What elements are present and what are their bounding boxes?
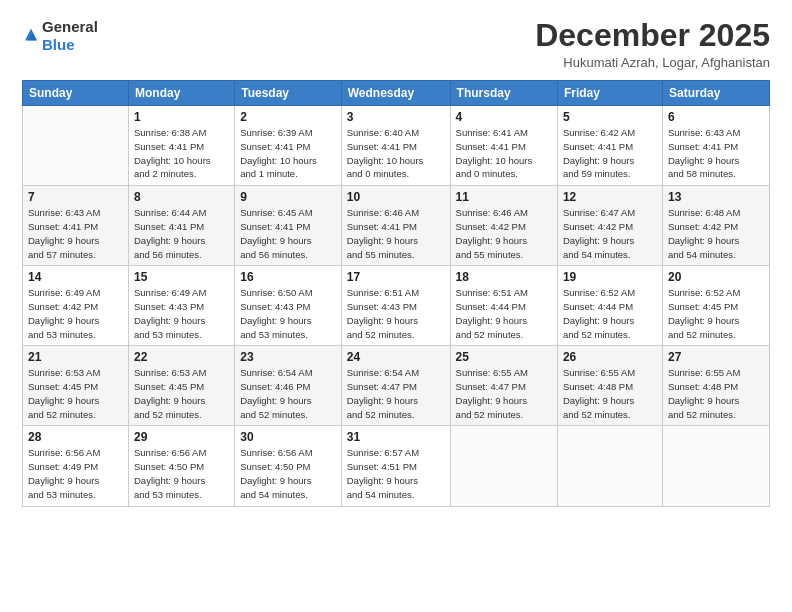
day-number: 2	[240, 110, 336, 124]
header-cell-tuesday: Tuesday	[235, 81, 342, 106]
day-info: Sunrise: 6:49 AM Sunset: 4:43 PM Dayligh…	[134, 286, 229, 341]
day-cell: 21Sunrise: 6:53 AM Sunset: 4:45 PM Dayli…	[23, 346, 129, 426]
day-info: Sunrise: 6:38 AM Sunset: 4:41 PM Dayligh…	[134, 126, 229, 181]
day-number: 20	[668, 270, 764, 284]
header-cell-saturday: Saturday	[662, 81, 769, 106]
day-cell: 30Sunrise: 6:56 AM Sunset: 4:50 PM Dayli…	[235, 426, 342, 506]
day-cell: 20Sunrise: 6:52 AM Sunset: 4:45 PM Dayli…	[662, 266, 769, 346]
day-info: Sunrise: 6:42 AM Sunset: 4:41 PM Dayligh…	[563, 126, 657, 181]
week-row-1: 7Sunrise: 6:43 AM Sunset: 4:41 PM Daylig…	[23, 186, 770, 266]
day-cell	[450, 426, 557, 506]
header-cell-thursday: Thursday	[450, 81, 557, 106]
day-cell: 16Sunrise: 6:50 AM Sunset: 4:43 PM Dayli…	[235, 266, 342, 346]
day-number: 9	[240, 190, 336, 204]
day-cell	[662, 426, 769, 506]
day-info: Sunrise: 6:51 AM Sunset: 4:44 PM Dayligh…	[456, 286, 552, 341]
day-cell: 27Sunrise: 6:55 AM Sunset: 4:48 PM Dayli…	[662, 346, 769, 426]
header-row: SundayMondayTuesdayWednesdayThursdayFrid…	[23, 81, 770, 106]
day-cell: 28Sunrise: 6:56 AM Sunset: 4:49 PM Dayli…	[23, 426, 129, 506]
day-cell: 7Sunrise: 6:43 AM Sunset: 4:41 PM Daylig…	[23, 186, 129, 266]
day-info: Sunrise: 6:46 AM Sunset: 4:41 PM Dayligh…	[347, 206, 445, 261]
day-number: 21	[28, 350, 123, 364]
day-number: 11	[456, 190, 552, 204]
day-number: 3	[347, 110, 445, 124]
day-cell: 4Sunrise: 6:41 AM Sunset: 4:41 PM Daylig…	[450, 106, 557, 186]
day-cell: 10Sunrise: 6:46 AM Sunset: 4:41 PM Dayli…	[341, 186, 450, 266]
day-number: 19	[563, 270, 657, 284]
location: Hukumati Azrah, Logar, Afghanistan	[535, 55, 770, 70]
calendar-table: SundayMondayTuesdayWednesdayThursdayFrid…	[22, 80, 770, 506]
day-info: Sunrise: 6:54 AM Sunset: 4:46 PM Dayligh…	[240, 366, 336, 421]
day-cell: 18Sunrise: 6:51 AM Sunset: 4:44 PM Dayli…	[450, 266, 557, 346]
day-cell: 2Sunrise: 6:39 AM Sunset: 4:41 PM Daylig…	[235, 106, 342, 186]
day-cell: 6Sunrise: 6:43 AM Sunset: 4:41 PM Daylig…	[662, 106, 769, 186]
week-row-3: 21Sunrise: 6:53 AM Sunset: 4:45 PM Dayli…	[23, 346, 770, 426]
day-info: Sunrise: 6:46 AM Sunset: 4:42 PM Dayligh…	[456, 206, 552, 261]
day-number: 18	[456, 270, 552, 284]
day-number: 15	[134, 270, 229, 284]
day-info: Sunrise: 6:44 AM Sunset: 4:41 PM Dayligh…	[134, 206, 229, 261]
day-info: Sunrise: 6:53 AM Sunset: 4:45 PM Dayligh…	[28, 366, 123, 421]
day-info: Sunrise: 6:48 AM Sunset: 4:42 PM Dayligh…	[668, 206, 764, 261]
day-number: 13	[668, 190, 764, 204]
day-number: 8	[134, 190, 229, 204]
day-info: Sunrise: 6:47 AM Sunset: 4:42 PM Dayligh…	[563, 206, 657, 261]
week-row-4: 28Sunrise: 6:56 AM Sunset: 4:49 PM Dayli…	[23, 426, 770, 506]
day-cell: 23Sunrise: 6:54 AM Sunset: 4:46 PM Dayli…	[235, 346, 342, 426]
day-info: Sunrise: 6:51 AM Sunset: 4:43 PM Dayligh…	[347, 286, 445, 341]
day-info: Sunrise: 6:41 AM Sunset: 4:41 PM Dayligh…	[456, 126, 552, 181]
day-info: Sunrise: 6:43 AM Sunset: 4:41 PM Dayligh…	[668, 126, 764, 181]
day-number: 30	[240, 430, 336, 444]
day-info: Sunrise: 6:49 AM Sunset: 4:42 PM Dayligh…	[28, 286, 123, 341]
day-number: 14	[28, 270, 123, 284]
day-cell: 31Sunrise: 6:57 AM Sunset: 4:51 PM Dayli…	[341, 426, 450, 506]
day-number: 17	[347, 270, 445, 284]
day-cell: 29Sunrise: 6:56 AM Sunset: 4:50 PM Dayli…	[128, 426, 234, 506]
day-info: Sunrise: 6:55 AM Sunset: 4:48 PM Dayligh…	[563, 366, 657, 421]
day-info: Sunrise: 6:55 AM Sunset: 4:48 PM Dayligh…	[668, 366, 764, 421]
day-cell: 14Sunrise: 6:49 AM Sunset: 4:42 PM Dayli…	[23, 266, 129, 346]
day-number: 25	[456, 350, 552, 364]
day-cell: 5Sunrise: 6:42 AM Sunset: 4:41 PM Daylig…	[557, 106, 662, 186]
day-info: Sunrise: 6:50 AM Sunset: 4:43 PM Dayligh…	[240, 286, 336, 341]
day-number: 1	[134, 110, 229, 124]
day-cell: 25Sunrise: 6:55 AM Sunset: 4:47 PM Dayli…	[450, 346, 557, 426]
day-number: 10	[347, 190, 445, 204]
day-info: Sunrise: 6:52 AM Sunset: 4:45 PM Dayligh…	[668, 286, 764, 341]
day-cell: 19Sunrise: 6:52 AM Sunset: 4:44 PM Dayli…	[557, 266, 662, 346]
title-area: December 2025 Hukumati Azrah, Logar, Afg…	[535, 18, 770, 70]
day-cell: 1Sunrise: 6:38 AM Sunset: 4:41 PM Daylig…	[128, 106, 234, 186]
day-info: Sunrise: 6:57 AM Sunset: 4:51 PM Dayligh…	[347, 446, 445, 501]
week-row-2: 14Sunrise: 6:49 AM Sunset: 4:42 PM Dayli…	[23, 266, 770, 346]
day-info: Sunrise: 6:45 AM Sunset: 4:41 PM Dayligh…	[240, 206, 336, 261]
day-cell: 22Sunrise: 6:53 AM Sunset: 4:45 PM Dayli…	[128, 346, 234, 426]
day-cell: 26Sunrise: 6:55 AM Sunset: 4:48 PM Dayli…	[557, 346, 662, 426]
day-number: 16	[240, 270, 336, 284]
day-cell: 9Sunrise: 6:45 AM Sunset: 4:41 PM Daylig…	[235, 186, 342, 266]
day-info: Sunrise: 6:55 AM Sunset: 4:47 PM Dayligh…	[456, 366, 552, 421]
day-number: 12	[563, 190, 657, 204]
day-number: 29	[134, 430, 229, 444]
month-year: December 2025	[535, 18, 770, 53]
header-cell-friday: Friday	[557, 81, 662, 106]
day-info: Sunrise: 6:52 AM Sunset: 4:44 PM Dayligh…	[563, 286, 657, 341]
day-number: 26	[563, 350, 657, 364]
header-cell-monday: Monday	[128, 81, 234, 106]
day-info: Sunrise: 6:43 AM Sunset: 4:41 PM Dayligh…	[28, 206, 123, 261]
header-cell-wednesday: Wednesday	[341, 81, 450, 106]
day-number: 6	[668, 110, 764, 124]
day-number: 24	[347, 350, 445, 364]
day-cell: 13Sunrise: 6:48 AM Sunset: 4:42 PM Dayli…	[662, 186, 769, 266]
day-cell: 11Sunrise: 6:46 AM Sunset: 4:42 PM Dayli…	[450, 186, 557, 266]
header: General Blue December 2025 Hukumati Azra…	[22, 18, 770, 70]
week-row-0: 1Sunrise: 6:38 AM Sunset: 4:41 PM Daylig…	[23, 106, 770, 186]
day-cell: 12Sunrise: 6:47 AM Sunset: 4:42 PM Dayli…	[557, 186, 662, 266]
day-info: Sunrise: 6:40 AM Sunset: 4:41 PM Dayligh…	[347, 126, 445, 181]
day-cell	[557, 426, 662, 506]
logo-general: General	[42, 18, 98, 35]
logo-icon	[22, 27, 40, 45]
day-cell: 24Sunrise: 6:54 AM Sunset: 4:47 PM Dayli…	[341, 346, 450, 426]
day-cell: 8Sunrise: 6:44 AM Sunset: 4:41 PM Daylig…	[128, 186, 234, 266]
day-number: 23	[240, 350, 336, 364]
day-cell	[23, 106, 129, 186]
